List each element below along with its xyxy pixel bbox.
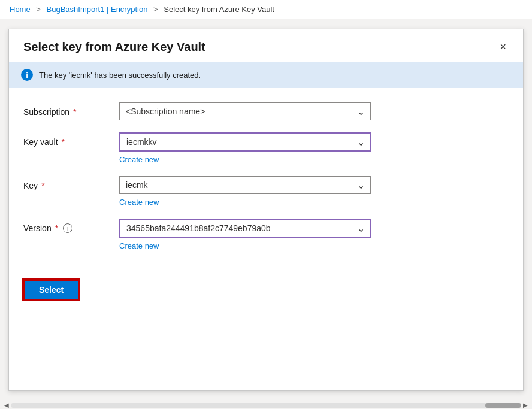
breadcrumb-import[interactable]: BugBashImport1 | Encryption — [47, 5, 148, 14]
breadcrumb-sep-2: > — [153, 5, 158, 14]
breadcrumb-current: Select key from Azure Key Vault — [164, 5, 274, 14]
subscription-select[interactable]: <Subscription name> — [119, 102, 371, 120]
key-vault-select-wrapper: iecmkkv — [119, 132, 371, 152]
close-button[interactable]: × — [497, 39, 509, 54]
dialog-container: Select key from Azure Key Vault × i The … — [8, 29, 524, 391]
scrollbar-thumb[interactable] — [485, 403, 521, 408]
key-vault-control: iecmkkv Create new — [119, 132, 371, 164]
key-select-wrapper: iecmk — [119, 176, 371, 194]
version-label: Version * i — [23, 219, 119, 233]
key-label: Key * — [23, 176, 119, 190]
key-create-new[interactable]: Create new — [119, 198, 159, 207]
breadcrumb: Home > BugBashImport1 | Encryption > Sel… — [0, 0, 532, 19]
key-vault-required: * — [62, 137, 65, 147]
info-banner-text: The key 'iecmk' has been successfully cr… — [39, 71, 201, 80]
subscription-label: Subscription * — [23, 102, 119, 117]
page-wrapper: Home > BugBashImport1 | Encryption > Sel… — [0, 0, 532, 409]
breadcrumb-sep-1: > — [36, 5, 41, 14]
info-icon: i — [21, 69, 33, 81]
key-required: * — [41, 181, 44, 190]
scroll-right-arrow[interactable]: ▶ — [521, 401, 530, 410]
dialog-header: Select key from Azure Key Vault × — [9, 29, 523, 62]
key-row: Key * iecmk Create new — [23, 176, 509, 207]
key-vault-select[interactable]: iecmkkv — [119, 132, 371, 152]
subscription-row: Subscription * <Subscription name> — [23, 102, 509, 120]
scrollbar-track — [11, 403, 521, 408]
dialog-title: Select key from Azure Key Vault — [23, 40, 205, 54]
version-control: 34565bafa244491b8af2c7749eb79a0b Create … — [119, 219, 371, 250]
version-row: Version * i 34565bafa244491b8af2c7749eb7… — [23, 219, 509, 250]
scroll-left-arrow[interactable]: ◀ — [2, 401, 11, 410]
version-select-wrapper: 34565bafa244491b8af2c7749eb79a0b — [119, 219, 371, 238]
key-vault-row: Key vault * iecmkkv Create new — [23, 132, 509, 164]
version-select[interactable]: 34565bafa244491b8af2c7749eb79a0b — [119, 219, 371, 238]
key-vault-create-new[interactable]: Create new — [119, 155, 159, 164]
key-vault-label: Key vault * — [23, 132, 119, 147]
version-required: * — [55, 223, 58, 233]
subscription-control: <Subscription name> — [119, 102, 371, 120]
version-create-new[interactable]: Create new — [119, 241, 159, 250]
select-button[interactable]: Select — [23, 280, 79, 300]
bottom-scrollbar: ◀ ▶ — [0, 401, 532, 409]
dialog-body: Subscription * <Subscription name> Key v… — [9, 93, 523, 272]
dialog-footer: Select — [9, 272, 523, 310]
subscription-required: * — [73, 107, 76, 117]
breadcrumb-home[interactable]: Home — [10, 5, 31, 14]
info-banner: i The key 'iecmk' has been successfully … — [9, 62, 523, 88]
version-info-icon: i — [63, 223, 72, 233]
key-select[interactable]: iecmk — [119, 176, 371, 194]
key-control: iecmk Create new — [119, 176, 371, 207]
subscription-select-wrapper: <Subscription name> — [119, 102, 371, 120]
